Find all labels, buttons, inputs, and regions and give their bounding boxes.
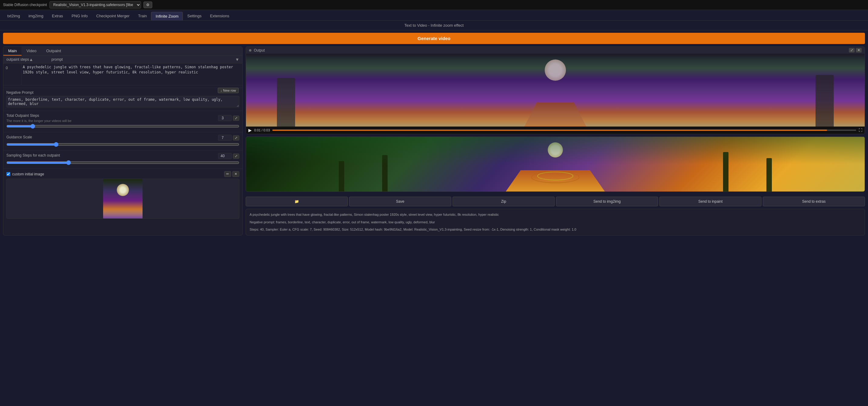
guidance-scale-value[interactable]	[218, 135, 232, 141]
video-controls: ▶ 0:01 / 0:03 ⛶	[246, 126, 865, 134]
tab-checkpoint[interactable]: Checkpoint Merger	[92, 12, 134, 20]
top-bar: Stable Diffusion checkpoint Realistic_Vi…	[0, 0, 868, 10]
close-image-button[interactable]: ✕	[232, 171, 239, 177]
tab-infinitezoom[interactable]: Infinite Zoom	[151, 12, 183, 20]
send-img2img-button[interactable]: Send to img2img	[556, 197, 658, 206]
negative-prompt-section: Negative Prompt	[3, 88, 242, 111]
edit-image-button[interactable]: ✏	[224, 171, 231, 177]
guidance-scale-btn[interactable]: ⤢	[233, 135, 239, 141]
expand-icon[interactable]: ▼	[235, 57, 239, 62]
info-box: A psychedelic jungle with trees that hav…	[246, 209, 865, 235]
video-frame	[246, 54, 865, 126]
output-box: Output ⤢ ✕	[246, 47, 865, 134]
sub-tabs: Main Video Outpaint	[3, 47, 242, 56]
new-row-area: ↓ New row	[3, 85, 242, 88]
guidance-scale-slider[interactable]	[6, 142, 239, 147]
total-steps-note: The more it is, the longer your videos w…	[6, 119, 71, 123]
prompt-input[interactable]	[23, 65, 241, 83]
tab-extras[interactable]: Extras	[48, 12, 67, 20]
new-row-button[interactable]: ↓ New row	[218, 88, 239, 93]
tab-pnginfo[interactable]: PNG Info	[67, 12, 92, 20]
progress-bar[interactable]	[272, 129, 856, 131]
col-prompt-header: prompt	[52, 57, 235, 62]
tab-txt2img[interactable]: txt2img	[3, 12, 24, 20]
total-steps-label: Total Outpaint Steps	[6, 114, 71, 118]
sampling-steps-btn[interactable]: ⤢	[233, 153, 239, 159]
tab-extensions[interactable]: Extensions	[206, 12, 234, 20]
prompt-row: 0	[3, 63, 242, 85]
subtab-main[interactable]: Main	[3, 47, 22, 56]
guidance-scale-label: Guidance Scale	[6, 135, 32, 139]
output-dot	[249, 49, 251, 52]
right-panel: Output ⤢ ✕	[243, 47, 865, 235]
left-panel: Main Video Outpaint outpaint steps ▲ pro…	[3, 47, 243, 235]
negative-prompt-input[interactable]	[6, 96, 239, 108]
sampling-steps-value[interactable]	[218, 153, 232, 159]
info-negative: Negative prompt: frames, borderline, tex…	[248, 219, 863, 226]
total-steps-value[interactable]	[218, 115, 232, 121]
play-button[interactable]: ▶	[248, 128, 252, 133]
tab-img2img[interactable]: img2img	[24, 12, 48, 20]
subtab-video[interactable]: Video	[22, 47, 41, 56]
main-video-image	[246, 54, 865, 126]
total-steps-slider[interactable]	[6, 124, 239, 129]
negative-prompt-label: Negative Prompt	[6, 90, 239, 95]
custom-image-section: custom initial image ✏ ✕	[3, 169, 242, 221]
main-content: Main Video Outpaint outpaint steps ▲ pro…	[0, 47, 868, 238]
custom-image-label[interactable]: custom initial image	[6, 172, 44, 176]
model-select[interactable]: Realistic_Vision_V1.3-inpainting.safeten…	[50, 1, 141, 8]
info-positive: A psychedelic jungle with trees that hav…	[248, 211, 863, 219]
zip-button[interactable]: Zip	[453, 197, 555, 206]
save-button[interactable]: Save	[349, 197, 451, 206]
sampling-steps-slider[interactable]	[6, 160, 239, 165]
prompt-cell	[22, 63, 242, 85]
send-inpaint-button[interactable]: Send to inpaint	[659, 197, 762, 206]
time-display: 0:01 / 0:03	[254, 128, 270, 132]
info-steps: Steps: 40, Sampler: Euler a, CFG scale: …	[248, 226, 863, 233]
app-title: Stable Diffusion checkpoint	[3, 3, 47, 7]
sampling-steps-label: Sampling Steps for each outpaint	[6, 153, 60, 157]
output-resize-btn[interactable]: ⤢	[849, 48, 855, 53]
tab-settings[interactable]: Settings	[183, 12, 206, 20]
settings-button[interactable]: ⚙	[144, 1, 152, 8]
collapse-icon[interactable]: ▲	[29, 57, 33, 62]
progress-bar-fill	[272, 129, 827, 131]
custom-image-container	[6, 179, 239, 219]
custom-image-checkbox[interactable]	[6, 172, 10, 176]
second-image-box	[246, 137, 865, 192]
subtab-outpaint[interactable]: Outpaint	[41, 47, 66, 56]
generate-button[interactable]: Generate video	[3, 33, 865, 44]
page-title: Text to Video - Infinite zoom effect	[0, 21, 868, 30]
thumbnail-image	[246, 137, 865, 192]
output-header: Output ⤢ ✕	[246, 47, 865, 54]
action-buttons: 📁 Save Zip Send to img2img Send to inpai…	[246, 197, 865, 206]
nav-tabs: txt2img img2img Extras PNG Info Checkpoi…	[0, 10, 868, 21]
send-extras-button[interactable]: Send to extras	[763, 197, 865, 206]
output-label: Output	[254, 48, 265, 53]
prompt-table-header: outpaint steps ▲ prompt ▼	[3, 56, 242, 63]
folder-button[interactable]: 📁	[246, 197, 348, 206]
total-steps-btn[interactable]: ⤢	[233, 116, 239, 121]
prompt-step-num: 0	[3, 63, 22, 85]
fullscreen-button[interactable]: ⛶	[859, 128, 862, 132]
total-steps-section: Total Outpaint Steps The more it is, the…	[3, 111, 242, 132]
col-steps-header: outpaint steps	[6, 57, 29, 62]
guidance-scale-section: Guidance Scale ⤢	[3, 132, 242, 150]
custom-image-preview	[103, 179, 143, 219]
output-close-btn[interactable]: ✕	[856, 48, 862, 53]
tab-train[interactable]: Train	[134, 12, 151, 20]
sampling-steps-section: Sampling Steps for each outpaint ⤢	[3, 150, 242, 169]
